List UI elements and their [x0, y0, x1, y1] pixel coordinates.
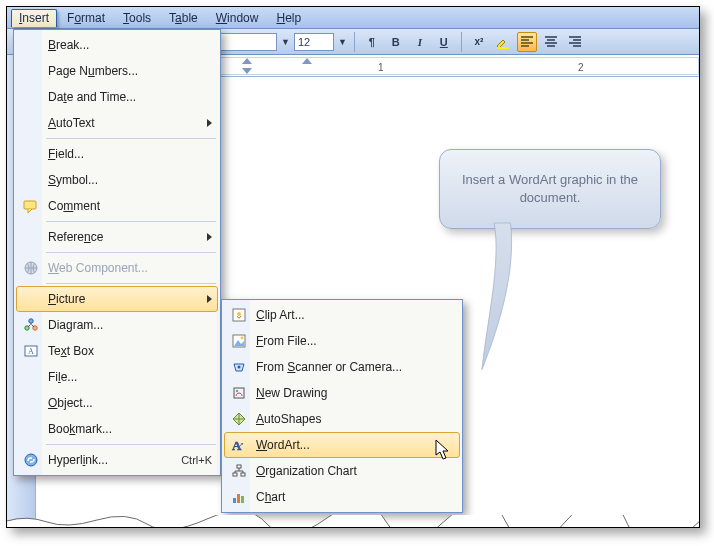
- insert-item-hyperlink[interactable]: Hyperlink...Ctrl+K: [16, 447, 218, 473]
- menu-separator: [46, 252, 216, 253]
- chart-icon: [228, 486, 250, 508]
- blank-icon: [20, 86, 42, 108]
- insert-item-symbol[interactable]: Symbol...: [16, 167, 218, 193]
- insert-item-web-component: Web Component...: [16, 255, 218, 281]
- blank-icon: [20, 392, 42, 414]
- svg-rect-20: [237, 465, 241, 468]
- picture-item-organization-chart[interactable]: Organization Chart: [224, 458, 460, 484]
- tooltip-text: Insert a WordArt graphic in the document…: [454, 171, 646, 206]
- insert-item-date-and-time[interactable]: Date and Time...: [16, 84, 218, 110]
- submenu-arrow-icon: [207, 119, 212, 127]
- picture-item-new-drawing[interactable]: New Drawing: [224, 380, 460, 406]
- blank-icon: [20, 169, 42, 191]
- svg-rect-0: [497, 47, 509, 49]
- align-right-button[interactable]: [565, 32, 585, 52]
- hanging-indent-icon[interactable]: [242, 68, 252, 74]
- insert-item-break[interactable]: Break...: [16, 32, 218, 58]
- menu-item-label: AutoText: [48, 116, 201, 130]
- blank-icon: [20, 418, 42, 440]
- wordart-icon: A↗: [228, 434, 250, 456]
- pilcrow-button[interactable]: ¶: [362, 32, 382, 52]
- insert-item-page-numbers[interactable]: Page Numbers...: [16, 58, 218, 84]
- menu-item-label: Chart: [256, 490, 454, 504]
- separator: [354, 32, 355, 52]
- menu-window[interactable]: Window: [208, 9, 267, 27]
- scanner-icon: [228, 356, 250, 378]
- menu-item-label: Web Component...: [48, 261, 212, 275]
- first-line-indent-icon[interactable]: [302, 58, 312, 64]
- menu-tools[interactable]: Tools: [115, 9, 159, 27]
- svg-point-13: [241, 337, 244, 340]
- highlighter-icon: [495, 34, 511, 50]
- picture-item-from-scanner-or-camera[interactable]: From Scanner or Camera...: [224, 354, 460, 380]
- svg-rect-21: [233, 473, 237, 476]
- insert-menu: Break...Page Numbers...Date and Time...A…: [13, 29, 221, 476]
- align-left-icon: [519, 34, 535, 50]
- highlight-color-button[interactable]: [493, 32, 513, 52]
- menu-item-label: Hyperlink...: [48, 453, 173, 467]
- svg-point-3: [29, 319, 33, 323]
- menu-table[interactable]: Table: [161, 9, 206, 27]
- italic-button[interactable]: I: [410, 32, 430, 52]
- clipart-icon: [228, 304, 250, 326]
- menu-item-label: AutoShapes: [256, 412, 454, 426]
- menu-format[interactable]: Format: [59, 9, 113, 27]
- insert-item-field[interactable]: Field...: [16, 141, 218, 167]
- align-center-button[interactable]: [541, 32, 561, 52]
- insert-item-comment[interactable]: Comment: [16, 193, 218, 219]
- menu-item-label: Diagram...: [48, 318, 212, 332]
- menu-help[interactable]: Help: [268, 9, 309, 27]
- bold-button[interactable]: B: [386, 32, 406, 52]
- insert-item-text-box[interactable]: AText Box: [16, 338, 218, 364]
- font-size-combo[interactable]: 12 ▼: [294, 33, 347, 51]
- menu-item-label: Symbol...: [48, 173, 212, 187]
- submenu-arrow-icon: [207, 233, 212, 241]
- underline-button[interactable]: U: [434, 32, 454, 52]
- ruler-number: 2: [578, 62, 584, 73]
- menu-item-label: Object...: [48, 396, 212, 410]
- chevron-down-icon[interactable]: ▼: [281, 37, 290, 47]
- menu-item-label: WordArt...: [256, 438, 454, 452]
- menu-insert[interactable]: Insert: [11, 9, 57, 27]
- picture-item-autoshapes[interactable]: AutoShapes: [224, 406, 460, 432]
- menu-separator: [46, 444, 216, 445]
- insert-item-object[interactable]: Object...: [16, 390, 218, 416]
- picture-item-clip-art[interactable]: Clip Art...: [224, 302, 460, 328]
- autoshapes-icon: [228, 408, 250, 430]
- menu-item-label: Text Box: [48, 344, 212, 358]
- svg-rect-1: [24, 201, 36, 209]
- insert-item-bookmark[interactable]: Bookmark...: [16, 416, 218, 442]
- align-right-icon: [567, 34, 583, 50]
- chevron-down-icon[interactable]: ▼: [338, 37, 347, 47]
- menu-item-label: Comment: [48, 199, 212, 213]
- picture-item-from-file[interactable]: From File...: [224, 328, 460, 354]
- picture-item-wordart[interactable]: A↗WordArt...: [224, 432, 460, 458]
- insert-item-diagram[interactable]: Diagram...: [16, 312, 218, 338]
- blank-icon: [20, 34, 42, 56]
- svg-rect-25: [241, 496, 244, 503]
- insert-item-autotext[interactable]: AutoText: [16, 110, 218, 136]
- picture-submenu: Clip Art...From File...From Scanner or C…: [221, 299, 463, 513]
- shortcut-label: Ctrl+K: [181, 454, 212, 466]
- menu-separator: [46, 221, 216, 222]
- diagram-icon: [20, 314, 42, 336]
- menu-separator: [46, 283, 216, 284]
- menu-item-label: Break...: [48, 38, 212, 52]
- insert-item-reference[interactable]: Reference: [16, 224, 218, 250]
- indent-marker-icon[interactable]: [242, 58, 252, 64]
- svg-text:↗: ↗: [238, 441, 244, 448]
- picture-item-chart[interactable]: Chart: [224, 484, 460, 510]
- blank-icon: [20, 226, 42, 248]
- blank-icon: [20, 112, 42, 134]
- app-window: InsertFormatToolsTableWindowHelp man ▼ 1…: [6, 6, 700, 528]
- svg-rect-23: [233, 498, 236, 503]
- align-left-button[interactable]: [517, 32, 537, 52]
- newdraw-icon: [228, 382, 250, 404]
- insert-item-file[interactable]: File...: [16, 364, 218, 390]
- superscript-button[interactable]: x²: [469, 32, 489, 52]
- svg-point-16: [236, 390, 238, 392]
- insert-item-picture[interactable]: Picture: [16, 286, 218, 312]
- blank-icon: [20, 143, 42, 165]
- menu-item-label: Clip Art...: [256, 308, 454, 322]
- hyperlink-icon: [20, 449, 42, 471]
